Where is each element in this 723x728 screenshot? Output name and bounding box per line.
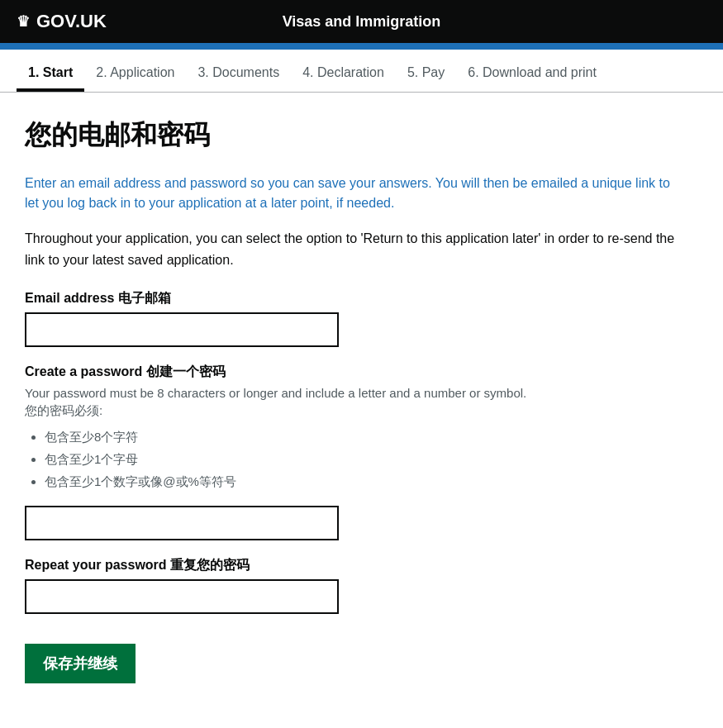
repeat-password-label: Repeat your password 重复您的密码 <box>25 557 686 574</box>
step-5-pay[interactable]: 5. Pay <box>396 55 456 92</box>
email-field-group: Email address 电子邮箱 <box>25 290 686 347</box>
accent-bar <box>0 43 723 50</box>
steps-nav: 1. Start 2. Application 3. Documents 4. … <box>0 50 723 93</box>
gov-logo-text: GOV.UK <box>36 11 107 32</box>
password-label: Create a password 创建一个密码 <box>25 364 686 381</box>
gov-logo: ♛ GOV.UK <box>17 11 246 32</box>
step-2-application[interactable]: 2. Application <box>84 55 186 92</box>
step-1-start[interactable]: 1. Start <box>17 55 84 92</box>
step-6-download[interactable]: 6. Download and print <box>456 55 608 92</box>
submit-button[interactable]: 保存并继续 <box>25 644 136 683</box>
intro-text-2: Throughout your application, you can sel… <box>25 228 686 270</box>
intro-text-1: Enter an email address and password so y… <box>25 174 686 213</box>
password-hint-cn: 您的密码必须: <box>25 403 686 419</box>
crown-icon: ♛ <box>17 12 30 31</box>
password-hint-en: Your password must be 8 characters or lo… <box>25 386 686 400</box>
step-3-documents[interactable]: 3. Documents <box>186 55 291 92</box>
step-4-declaration[interactable]: 4. Declaration <box>291 55 396 92</box>
service-name: Visas and Immigration <box>246 13 476 31</box>
repeat-password-field-group: Repeat your password 重复您的密码 <box>25 557 686 614</box>
email-input[interactable] <box>25 312 339 347</box>
email-label: Email address 电子邮箱 <box>25 290 686 307</box>
repeat-password-input[interactable] <box>25 579 339 614</box>
site-header: ♛ GOV.UK Visas and Immigration <box>0 0 723 43</box>
password-rule-2: 包含至少1个字母 <box>45 448 686 470</box>
password-input[interactable] <box>25 506 339 540</box>
page-title: 您的电邮和密码 <box>25 117 686 154</box>
password-rule-1: 包含至少8个字符 <box>45 426 686 448</box>
password-rule-3: 包含至少1个数字或像@或%等符号 <box>45 470 686 492</box>
main-content: 您的电邮和密码 Enter an email address and passw… <box>0 93 711 716</box>
password-field-group: Create a password 创建一个密码 Your password m… <box>25 364 686 540</box>
password-rules-list: 包含至少8个字符 包含至少1个字母 包含至少1个数字或像@或%等符号 <box>25 426 686 492</box>
